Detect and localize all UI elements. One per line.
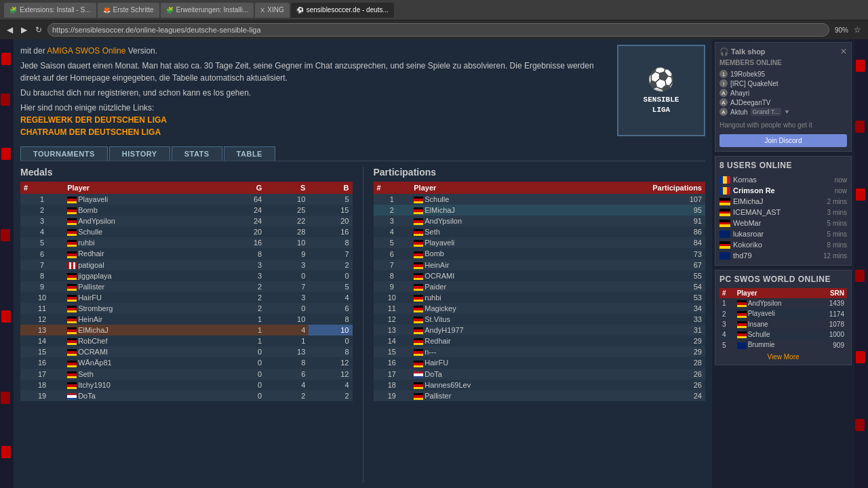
swos-col-rank: # [719, 288, 734, 298]
swos-srn: 1174 [814, 308, 847, 319]
user-flag [719, 176, 730, 184]
rank-cell: 7 [374, 260, 411, 270]
count-cell: 26 [567, 380, 705, 390]
member-name: [IRC] QuakeNet [730, 80, 778, 87]
silver-cell: 9 [265, 248, 309, 259]
intro-text: mit der AMIGA SWOS Online Version. Jede … [20, 45, 610, 138]
player-cell: Seth [64, 369, 222, 380]
member-avatar: A [719, 89, 728, 97]
swos-table: # Player SRN 1 AndYpsilon 1439 2 Playave… [719, 288, 847, 350]
view-more-link[interactable]: View More [719, 353, 847, 361]
silver-cell: 10 [265, 237, 309, 248]
player-cell: OCRAMI [64, 346, 222, 357]
table-row: 11 Stromberg 2 0 6 [20, 303, 353, 314]
table-row: 14 RobChef 1 1 0 [20, 336, 353, 346]
swos-rank: 1 [719, 298, 734, 308]
rank-cell: 18 [374, 380, 411, 390]
tab-extensions[interactable]: 🧩Extensions: Install - S... [4, 3, 96, 18]
link-regelwerk[interactable]: REGELWERK DER DEUTSCHEN LIGA [20, 114, 610, 126]
gold-cell: 20 [222, 226, 265, 237]
count-cell: 34 [567, 303, 705, 314]
table-row: 10 ruhbi 53 [374, 292, 706, 303]
table-row: 14 Redhair 29 [374, 336, 706, 346]
user-flag [719, 241, 730, 249]
player-cell: patigoal [64, 260, 222, 270]
online-user-item: ICEMAN_AST3 mins [719, 207, 847, 218]
table-row: 19 Pallister 24 [374, 390, 706, 401]
count-cell: 53 [567, 292, 705, 303]
online-user-name: thd79 [733, 251, 821, 260]
logo-icon: ⚽ [648, 66, 675, 92]
member-avatar: I [719, 79, 728, 87]
table-row: 18 Hannes69Lev 26 [374, 380, 706, 390]
swos-row: 3 Insane 1078 [719, 319, 847, 329]
back-btn[interactable]: ◀ [4, 25, 16, 35]
swos-player: Brummie [734, 340, 814, 350]
tab-erste-schritte[interactable]: 🦊Erste Schritte [98, 3, 159, 18]
reload-btn[interactable]: ↻ [33, 25, 45, 35]
tab-table[interactable]: TABLE [224, 146, 275, 161]
tab-xing[interactable]: XXING [255, 3, 289, 18]
player-cell: St.Vitus [410, 314, 567, 325]
swos-row: 2 Playaveli 1174 [719, 308, 847, 319]
table-row: 3 AndYpsilon 91 [374, 216, 706, 226]
user-flag [719, 209, 730, 216]
player-cell: OCRAMI [410, 270, 567, 281]
silver-cell: 2 [265, 390, 309, 401]
star-icon[interactable]: ☆ [851, 25, 864, 35]
table-row: 15 n--- 29 [374, 346, 706, 357]
player-cell: Playaveli [410, 237, 567, 248]
player-cell: DoTa [64, 390, 222, 401]
discord-close[interactable]: ✕ [840, 47, 847, 56]
rank-cell: 4 [374, 226, 411, 237]
player-cell: Redhair [64, 248, 222, 259]
online-user-name: Kokoriko [733, 241, 825, 249]
page-wrapper: mit der AMIGA SWOS Online Version. Jede … [0, 39, 868, 488]
tab-erweiterungen[interactable]: 🧩Erweiterungen: Installi... [161, 3, 254, 18]
silver-cell: 10 [265, 314, 309, 325]
table-row: 9 Pallister 2 7 5 [20, 281, 353, 292]
tab-stats[interactable]: STATS [172, 146, 222, 161]
online-user-name: Kornas [733, 176, 832, 184]
bronze-cell: 0 [309, 270, 352, 281]
table-row: 7 HeinAir 67 [374, 260, 706, 270]
player-cell: AndYpsilon [410, 216, 567, 226]
right-sidebar: 🎧 Talk shop ✕ MEMBERS ONLINE 1 19Robek95… [712, 39, 854, 488]
silver-cell: 7 [265, 281, 309, 292]
swos-section: PC SWOS WORLD ONLINE # Player SRN 1 AndY… [715, 270, 852, 365]
join-discord-button[interactable]: Join Discord [719, 134, 847, 147]
silver-cell: 10 [265, 194, 309, 205]
rank-cell: 4 [20, 226, 64, 237]
tab-sensiblesoccer[interactable]: ⚽sensiblesoccer.de - deuts... [291, 3, 394, 18]
online-user-time: 5 mins [827, 230, 847, 238]
url-bar[interactable] [47, 23, 829, 37]
player-cell: ruhbi [410, 292, 567, 303]
link-chatraum[interactable]: CHATRAUM DER DEUTSCHEN LIGA [20, 126, 610, 138]
gold-cell: 2 [222, 292, 265, 303]
browser-chrome: 🧩Extensions: Install - S... 🦊Erste Schri… [0, 0, 868, 20]
member-name: 19Robek95 [730, 70, 765, 78]
table-row: 7 patigoal 3 3 2 [20, 260, 353, 270]
bronze-cell: 7 [309, 248, 352, 259]
swos-player: Playaveli [734, 308, 814, 319]
silver-cell: 4 [265, 325, 309, 336]
bronze-cell: 15 [309, 205, 352, 216]
online-user-time: 3 mins [827, 209, 847, 216]
user-flag [719, 187, 730, 195]
table-row: 4 Schulle 20 28 16 [20, 226, 353, 237]
member-name: Ahayri [730, 89, 749, 97]
sensible-liga-logo: ⚽ SENSIBLELIGA [617, 45, 705, 136]
forward-btn[interactable]: ▶ [18, 25, 30, 35]
tab-tournaments[interactable]: TOURNAMENTS [20, 146, 108, 161]
amiga-link[interactable]: AMIGA SWOS Online [47, 46, 125, 56]
player-cell: AndYpsilon [64, 216, 222, 226]
count-cell: 84 [567, 237, 705, 248]
online-user-name: WebMar [733, 219, 825, 227]
member-item: A Ahayri [719, 88, 847, 98]
count-cell: 55 [567, 270, 705, 281]
bronze-cell: 4 [309, 292, 352, 303]
medals-col-g: G [222, 182, 265, 194]
rank-cell: 6 [20, 248, 64, 259]
gold-cell: 0 [222, 357, 265, 368]
tab-history[interactable]: HISTORY [109, 146, 170, 161]
